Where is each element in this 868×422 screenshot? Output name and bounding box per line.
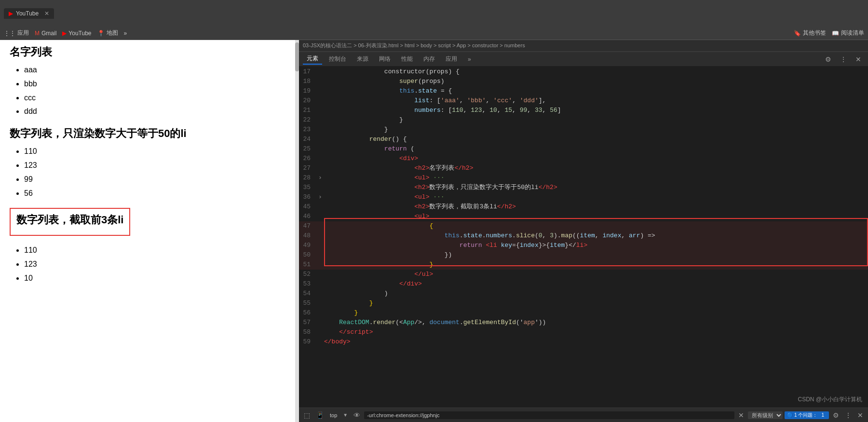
console-bar: ⬚ 📱 top ▼ 👁 ✕ 所有级别 🔵 1 个问题： 1 ⚙ ⋮ ✕	[299, 408, 868, 422]
section3-title: 数字列表，截取前3条li	[16, 213, 123, 227]
code-line-55: 55 }	[299, 299, 868, 308]
bookmark-icon: 🔖	[794, 30, 801, 37]
list-item: ccc	[24, 91, 289, 105]
tab-favicon: ▶	[9, 10, 13, 17]
tab-network[interactable]: 网络	[375, 54, 394, 64]
content-area[interactable]: 名字列表 aaa bbb ccc ddd 数字列表，只渲染数字大于等于50的li…	[0, 40, 299, 422]
code-line-45: 45 <h2>数字列表，截取前3条li</h2>	[299, 202, 868, 212]
code-lines[interactable]: 17 constructor(props) { 18 super(props) …	[299, 66, 868, 408]
bookmark-youtube[interactable]: ▶ YouTube	[62, 30, 91, 37]
code-line-36: 36 › <ul> ···	[299, 192, 868, 202]
close-console-icon[interactable]: ✕	[855, 410, 865, 420]
list-item: 123	[24, 159, 289, 173]
section1-list: aaa bbb ccc ddd	[10, 63, 289, 119]
issues-badge[interactable]: 🔵 1 个问题： 1	[785, 411, 829, 419]
section2-title: 数字列表，只渲染数字大于等于50的li	[10, 126, 289, 141]
console-level-select[interactable]: 所有级别	[748, 411, 783, 419]
code-line-48: 48 this.state.numbers.slice(0, 3).map((i…	[299, 231, 868, 241]
list-item: 110	[24, 244, 130, 258]
bookmark-gmail[interactable]: M Gmail	[35, 30, 56, 37]
code-line-20: 20 list: ['aaa', 'bbb', 'ccc', 'ddd'],	[299, 96, 868, 106]
more-menu-icon[interactable]: ⋮	[843, 410, 854, 420]
bookmark-other[interactable]: 🔖 其他书签	[794, 29, 826, 37]
code-line-25: 25 return (	[299, 144, 868, 154]
bookmark-other-label: 其他书签	[803, 29, 826, 37]
section2-list: 110 123 99 56	[10, 145, 289, 200]
bookmark-more-label: »	[124, 30, 127, 37]
tab-memory[interactable]: 内存	[420, 54, 439, 64]
bookmark-youtube-label: YouTube	[68, 30, 91, 37]
code-line-21: 21 numbers: [110, 123, 10, 15, 99, 33, 5…	[299, 106, 868, 115]
issues-icon: 🔵	[787, 412, 793, 418]
bookmark-maps[interactable]: 📍 地图	[97, 29, 118, 37]
code-line-54: 54 )	[299, 289, 868, 299]
tab-more[interactable]: »	[464, 55, 475, 64]
list-item: bbb	[24, 77, 289, 91]
tab-sources[interactable]: 来源	[353, 54, 372, 64]
code-line-53: 53 </div>	[299, 279, 868, 289]
code-line-35: 35 <h2>数字列表，只渲染数字大于等于50的li</h2>	[299, 183, 868, 192]
tab-console[interactable]: 控制台	[325, 54, 350, 64]
apps-icon: ⋮⋮	[4, 30, 15, 37]
bookmark-reader[interactable]: 📖 阅读清单	[832, 29, 864, 37]
gmail-icon: M	[35, 30, 40, 37]
settings-gear-icon[interactable]: ⚙	[831, 410, 841, 420]
bookmarks-bar: ⋮⋮ 应用 M Gmail ▶ YouTube 📍 地图 » 🔖 其他书签 📖 …	[0, 27, 868, 40]
bookmark-maps-label: 地图	[107, 29, 118, 37]
section3-list: 110 123 10	[10, 244, 130, 285]
console-filter-arrow[interactable]: ▼	[341, 411, 350, 419]
code-line-19: 19 this.state = {	[299, 86, 868, 96]
bookmark-gmail-label: Gmail	[41, 30, 56, 37]
browser-content: 名字列表 aaa bbb ccc ddd 数字列表，只渲染数字大于等于50的li…	[0, 40, 299, 422]
console-eye-icon[interactable]: 👁	[352, 410, 362, 420]
main-layout: 名字列表 aaa bbb ccc ddd 数字列表，只渲染数字大于等于50的li…	[0, 40, 868, 422]
code-line-58: 58 </script>	[299, 327, 868, 337]
list-item: 10	[24, 272, 130, 286]
settings-icon[interactable]: ⚙	[822, 54, 834, 64]
code-line-49: 49 return <li key={index}>{item}</li>	[299, 241, 868, 250]
tab-application[interactable]: 应用	[442, 54, 461, 64]
devtools-tabs-bar: 元素 控制台 来源 网络 性能 内存 应用 » ⚙ ⋮ ✕	[299, 52, 868, 66]
section3-title-box: 数字列表，截取前3条li	[10, 208, 130, 236]
list-item: 99	[24, 173, 289, 187]
code-line-47: 47 {	[299, 221, 868, 231]
bookmark-apps-label: 应用	[17, 29, 29, 37]
tab-elements[interactable]: 元素	[303, 54, 322, 65]
list-item: 123	[24, 258, 130, 272]
scrollbar-track[interactable]	[295, 40, 299, 422]
code-editor: 17 constructor(props) { 18 super(props) …	[299, 66, 868, 408]
code-line-18: 18 super(props)	[299, 77, 868, 86]
list-item: aaa	[24, 63, 289, 77]
tab-performance[interactable]: 性能	[397, 54, 417, 64]
close-devtools-icon[interactable]: ✕	[853, 54, 864, 64]
code-line-26: 26 <div>	[299, 154, 868, 163]
issues-count: 1 个问题：	[794, 412, 817, 419]
code-line-56: 56 }	[299, 308, 868, 318]
scrollbar-thumb[interactable]	[295, 42, 299, 71]
tab-close[interactable]: ✕	[44, 10, 49, 17]
code-line-57: 57 ReactDOM.render(<App/>, document.getE…	[299, 318, 868, 327]
bookmark-reader-label: 阅读清单	[841, 29, 864, 37]
console-clear-icon[interactable]: ✕	[736, 410, 746, 420]
code-line-17: 17 constructor(props) {	[299, 67, 868, 77]
code-line-51: 51 }	[299, 260, 868, 270]
code-line-59: 59 </body>	[299, 337, 868, 347]
code-line-50: 50 })	[299, 250, 868, 260]
bookmark-apps[interactable]: ⋮⋮ 应用	[4, 29, 29, 37]
devtools-inspect-icon[interactable]: ⬚	[302, 410, 312, 420]
code-line-46: 46 <ul>	[299, 212, 868, 221]
code-line-28: 28 › <ul> ···	[299, 173, 868, 183]
more-options-icon[interactable]: ⋮	[837, 54, 850, 64]
code-line-22: 22 }	[299, 115, 868, 125]
devtools-device-icon[interactable]: 📱	[314, 410, 326, 420]
maps-icon: 📍	[97, 30, 105, 37]
code-line-24: 24 render() {	[299, 135, 868, 144]
browser-tab[interactable]: ▶ YouTube ✕	[4, 8, 54, 19]
console-filter-label: top	[328, 411, 339, 419]
code-line-23: 23 }	[299, 125, 868, 135]
devtools-breadcrumb: 03-JSX的核心语法二 > 06-列表渲染.html > html > bod…	[299, 40, 868, 52]
code-line-27: 27 <h2>名字列表</h2>	[299, 163, 868, 173]
console-search-input[interactable]	[364, 411, 734, 419]
bookmark-more[interactable]: »	[124, 30, 127, 37]
csdn-watermark: CSDN @小小白学计算机	[798, 395, 862, 404]
